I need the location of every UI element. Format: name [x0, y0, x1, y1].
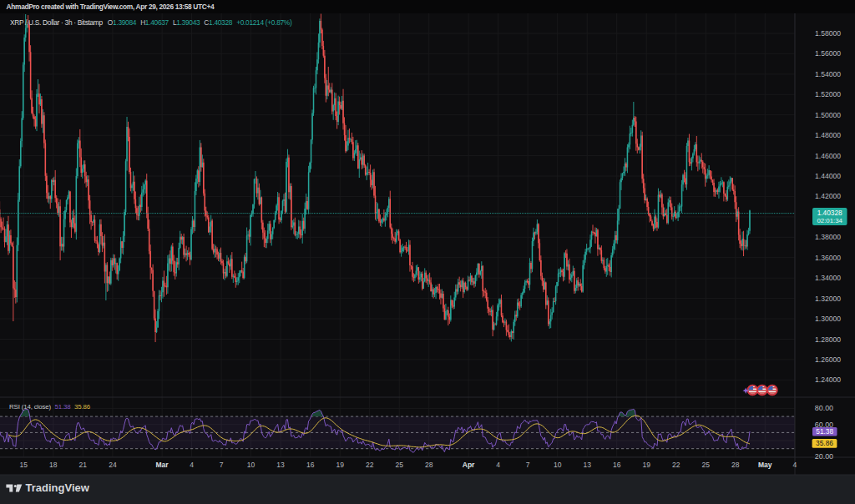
svg-text:XRP / U.S. Dollar · 3h · Bitst: XRP / U.S. Dollar · 3h · BitstampO1.3908… — [10, 18, 292, 27]
svg-text:20.00: 20.00 — [815, 452, 833, 461]
svg-text:1.58000: 1.58000 — [815, 29, 841, 38]
svg-text:1.54000: 1.54000 — [815, 70, 841, 78]
svg-text:10: 10 — [554, 461, 562, 469]
svg-text:1.52000: 1.52000 — [815, 90, 841, 98]
svg-text:1.28000: 1.28000 — [815, 335, 841, 344]
svg-text:1.36000: 1.36000 — [815, 254, 841, 262]
svg-text:1.32000: 1.32000 — [815, 295, 841, 303]
svg-text:RSI (14, close)51.3835.86: RSI (14, close)51.3835.86 — [9, 403, 91, 411]
svg-text:22: 22 — [366, 461, 374, 469]
svg-text:02:01:34: 02:01:34 — [817, 217, 843, 224]
svg-text:13: 13 — [583, 461, 591, 469]
svg-text:Mar: Mar — [156, 461, 169, 469]
svg-text:25: 25 — [395, 461, 403, 469]
svg-text:28: 28 — [425, 461, 433, 469]
svg-text:1.48000: 1.48000 — [815, 131, 841, 139]
svg-text:TradingView: TradingView — [26, 481, 90, 494]
svg-text:16: 16 — [306, 461, 315, 469]
svg-text:10: 10 — [247, 461, 255, 469]
svg-text:1.46000: 1.46000 — [815, 152, 841, 160]
svg-text:13: 13 — [276, 461, 285, 469]
svg-text:7: 7 — [220, 461, 224, 469]
svg-text:22: 22 — [672, 461, 680, 469]
svg-text:15: 15 — [20, 461, 28, 469]
svg-text:1.30000: 1.30000 — [815, 315, 841, 323]
svg-text:7: 7 — [526, 461, 530, 469]
svg-text:1.40328: 1.40328 — [817, 209, 842, 217]
svg-text:1.34000: 1.34000 — [815, 274, 841, 282]
svg-text:18: 18 — [49, 461, 58, 469]
svg-text:4: 4 — [792, 461, 797, 469]
svg-text:4: 4 — [496, 461, 500, 469]
svg-text:16: 16 — [613, 461, 621, 469]
svg-text:1.44000: 1.44000 — [815, 172, 841, 180]
svg-text:25: 25 — [702, 461, 711, 469]
svg-text:May: May — [758, 461, 772, 469]
svg-text:35.86: 35.86 — [816, 439, 833, 447]
svg-text:1.42000: 1.42000 — [815, 192, 841, 200]
svg-text:21: 21 — [79, 461, 88, 469]
svg-text:19: 19 — [336, 461, 344, 469]
svg-text:1.56000: 1.56000 — [815, 49, 841, 58]
svg-text:80.00: 80.00 — [815, 404, 833, 412]
svg-text:Apr: Apr — [463, 461, 475, 469]
svg-text:AhmadPro created with TradingV: AhmadPro created with TradingView.com, A… — [7, 3, 215, 11]
svg-text:24: 24 — [109, 461, 117, 469]
svg-text:1.38000: 1.38000 — [815, 233, 841, 241]
svg-text:1.50000: 1.50000 — [815, 111, 841, 119]
svg-text:19: 19 — [642, 461, 650, 469]
svg-text:4: 4 — [190, 461, 194, 469]
svg-text:1.26000: 1.26000 — [815, 355, 841, 364]
svg-text:1.24000: 1.24000 — [815, 375, 841, 384]
svg-text:28: 28 — [731, 461, 740, 469]
svg-text:51.38: 51.38 — [816, 427, 833, 436]
